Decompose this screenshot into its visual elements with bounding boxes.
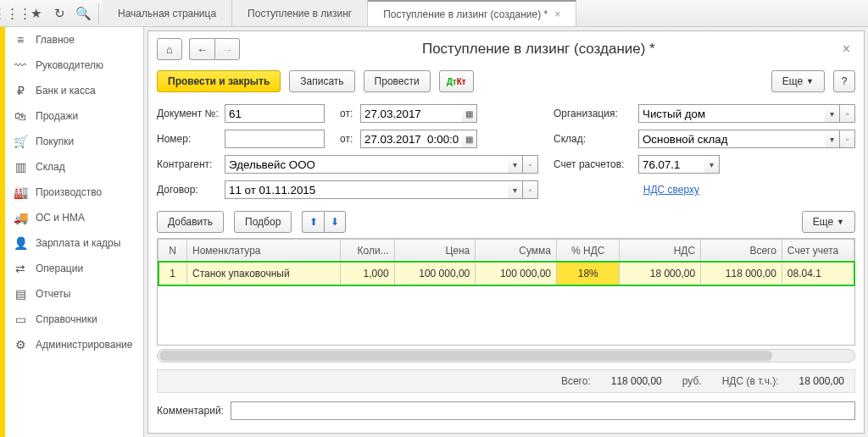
- sidebar-item-reports[interactable]: ▤Отчеты: [5, 281, 143, 307]
- number-label: Номер:: [157, 133, 225, 145]
- col-sum[interactable]: Сумма: [476, 240, 557, 262]
- cell-acct[interactable]: 08.04.1: [782, 262, 854, 285]
- cell-item[interactable]: Станок упаковочный: [187, 262, 341, 285]
- table-more-button[interactable]: Еще ▼: [802, 211, 855, 233]
- forward-button[interactable]: →: [214, 38, 240, 60]
- sidebar-item-sales[interactable]: 🛍Продажи: [5, 103, 143, 129]
- post-button[interactable]: Провести: [364, 70, 431, 92]
- sidebar-item-label: Склад: [36, 161, 65, 173]
- cell-sum[interactable]: 100 000,00: [476, 262, 557, 285]
- back-button[interactable]: ←: [189, 38, 214, 60]
- sidebar-item-label: Производство: [36, 186, 102, 198]
- col-n[interactable]: N: [159, 240, 187, 262]
- table-row[interactable]: 1 Станок упаковочный 1,000 100 000,00 10…: [159, 262, 854, 285]
- account-input[interactable]: [638, 155, 704, 174]
- more-button[interactable]: Еще ▼: [771, 70, 825, 92]
- horizontal-scrollbar[interactable]: [157, 349, 855, 362]
- sidebar-item-warehouse[interactable]: ▥Склад: [5, 154, 143, 180]
- sidebar-item-hr[interactable]: 👤Зарплата и кадры: [5, 230, 143, 256]
- close-icon[interactable]: ×: [554, 8, 560, 20]
- date-input[interactable]: [360, 104, 462, 123]
- counterparty-input[interactable]: [225, 155, 508, 174]
- cell-total[interactable]: 118 000,00: [701, 262, 782, 285]
- counterparty-label: Контрагент:: [157, 158, 225, 170]
- page-title: Поступление в лизинг (создание) *: [247, 41, 831, 58]
- open-icon[interactable]: ▫: [523, 180, 538, 199]
- search-icon[interactable]: 🔍: [71, 2, 95, 25]
- tab-label: Поступление в лизинг (создание) *: [383, 8, 548, 20]
- sidebar-item-bank[interactable]: ₽Банк и касса: [5, 78, 143, 103]
- sidebar-item-label: Зарплата и кадры: [36, 237, 120, 249]
- org-input[interactable]: [638, 104, 825, 123]
- sidebar-item-label: Операции: [36, 263, 83, 274]
- post-and-close-button[interactable]: Провести и закрыть: [157, 70, 281, 92]
- calendar-icon[interactable]: ▦: [462, 130, 477, 148]
- history-icon[interactable]: ↻: [47, 2, 71, 25]
- star-icon[interactable]: ★: [24, 2, 47, 25]
- sidebar-item-label: Администрирование: [36, 339, 132, 351]
- sidebar-item-assets[interactable]: 🚚ОС и НМА: [5, 205, 143, 230]
- col-item[interactable]: Номенклатура: [187, 240, 341, 262]
- open-icon[interactable]: ▫: [840, 104, 855, 123]
- vat-mode-link[interactable]: НДС сверху: [643, 184, 699, 196]
- chevron-down-icon[interactable]: ▾: [825, 130, 840, 148]
- table-empty-space[interactable]: [157, 286, 855, 346]
- chart-icon: 〰: [14, 58, 27, 72]
- sidebar-item-catalogs[interactable]: ▭Справочники: [5, 307, 143, 332]
- warehouse-label: Склад:: [554, 133, 638, 145]
- pick-button[interactable]: Подбор: [234, 211, 292, 233]
- contract-input[interactable]: [225, 180, 508, 199]
- menu-icon: ≡: [14, 33, 27, 47]
- col-total[interactable]: Всего: [701, 240, 782, 262]
- tab-leasing-list[interactable]: Поступление в лизинг: [232, 0, 368, 26]
- cell-price[interactable]: 100 000,00: [394, 262, 476, 285]
- apps-icon[interactable]: ⋮⋮⋮: [0, 2, 24, 25]
- cell-vat[interactable]: 18%: [557, 262, 620, 285]
- write-button[interactable]: Записать: [289, 70, 354, 92]
- cell-n[interactable]: 1: [159, 262, 187, 285]
- col-price[interactable]: Цена: [394, 240, 476, 262]
- doc-no-input[interactable]: [225, 104, 325, 123]
- contract-label: Договор:: [157, 184, 225, 196]
- chevron-down-icon[interactable]: ▾: [508, 180, 523, 199]
- move-up-button[interactable]: ⬆: [302, 211, 324, 233]
- chevron-down-icon[interactable]: ▾: [704, 155, 720, 174]
- person-icon: 👤: [14, 236, 27, 250]
- number-input[interactable]: [225, 130, 325, 148]
- calendar-icon[interactable]: ▦: [462, 104, 477, 123]
- sidebar-item-purchases[interactable]: 🛒Покупки: [5, 129, 143, 154]
- col-acct[interactable]: Счет учета: [782, 240, 854, 262]
- comment-input[interactable]: [231, 401, 855, 420]
- sidebar-item-main[interactable]: ≡Главное: [5, 27, 143, 53]
- help-button[interactable]: ?: [833, 70, 855, 92]
- col-vat-amt[interactable]: НДС: [620, 240, 701, 262]
- col-vat[interactable]: % НДС: [557, 240, 620, 262]
- totals-bar: Всего: 118 000,00 руб. НДС (в т.ч.): 18 …: [157, 369, 855, 393]
- sidebar-item-label: Покупки: [36, 136, 74, 147]
- add-row-button[interactable]: Добавить: [157, 211, 224, 233]
- home-button[interactable]: ⌂: [157, 38, 182, 60]
- col-qty[interactable]: Коли...: [340, 240, 394, 262]
- sidebar-item-admin[interactable]: ⚙Администрирование: [5, 332, 143, 357]
- open-icon[interactable]: ▫: [523, 155, 538, 174]
- factory-icon: 🏭: [14, 185, 27, 199]
- chevron-down-icon[interactable]: ▾: [825, 104, 840, 123]
- cell-vat-amt[interactable]: 18 000,00: [620, 262, 701, 285]
- close-button[interactable]: ×: [837, 41, 855, 57]
- move-down-button[interactable]: ⬇: [324, 211, 346, 233]
- sidebar-item-production[interactable]: 🏭Производство: [5, 180, 143, 205]
- sidebar-item-operations[interactable]: ⇄Операции: [5, 256, 143, 281]
- scrollbar-thumb[interactable]: [159, 351, 772, 361]
- datetime-input[interactable]: [360, 130, 462, 148]
- tab-home[interactable]: Начальная страница: [103, 0, 232, 26]
- chevron-down-icon[interactable]: ▾: [508, 155, 523, 174]
- tab-leasing-create[interactable]: Поступление в лизинг (создание) * ×: [368, 0, 576, 26]
- warehouse-icon: ▥: [14, 160, 27, 174]
- warehouse-input[interactable]: [638, 130, 825, 148]
- ruble-icon: ₽: [14, 84, 27, 97]
- sidebar-item-manager[interactable]: 〰Руководителю: [5, 53, 143, 78]
- dt-kt-button[interactable]: ДтКт: [439, 70, 474, 92]
- tab-label: Поступление в лизинг: [248, 8, 352, 19]
- open-icon[interactable]: ▫: [840, 130, 855, 148]
- cell-qty[interactable]: 1,000: [340, 262, 394, 285]
